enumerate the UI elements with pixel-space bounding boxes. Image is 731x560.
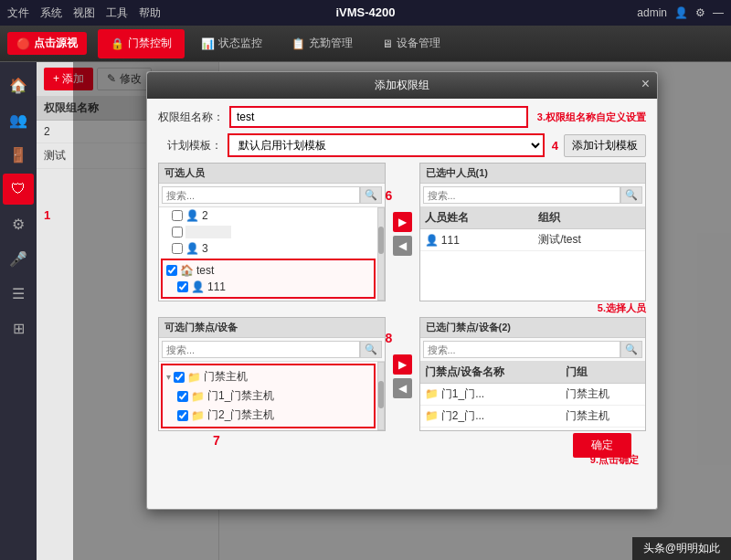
nav-bar: 🔴 点击源视 🔒 门禁控制 📊 状态监控 📋 充勤管理 🖥 设备管理 bbox=[0, 26, 731, 62]
selected-people-panel: 已选中人员(1) 🔍 人员姓名 组织 bbox=[419, 163, 647, 301]
folder-checkbox[interactable] bbox=[174, 372, 185, 383]
tab-device[interactable]: 🖥 设备管理 bbox=[369, 29, 453, 58]
transfer-left-button[interactable]: ◀ bbox=[393, 236, 412, 256]
app-title: iVMS-4200 bbox=[335, 0, 395, 26]
device-icon: 📁 bbox=[191, 390, 205, 403]
col-org-header: 组织 bbox=[534, 207, 645, 229]
annotation-1: 1 bbox=[44, 208, 50, 222]
tab-door-control[interactable]: 🔒 门禁控制 bbox=[98, 29, 185, 58]
device-selected-name-2: 📁 门2_门... bbox=[420, 406, 561, 428]
annotation-6: 6 bbox=[386, 188, 393, 203]
selected-devices-box: ▾ 📁 门禁主机 📁 门1_门禁主机 bbox=[161, 364, 376, 428]
logo-text: 点击源视 bbox=[34, 36, 78, 51]
sidebar-item-door[interactable]: 🚪 bbox=[3, 139, 34, 170]
sidebar-item-home[interactable]: 🏠 bbox=[3, 69, 34, 100]
person-icon: 👤 bbox=[185, 242, 199, 255]
selected-people-box: 🏠 test 👤 111 bbox=[161, 259, 376, 299]
modal-overlay: 添加权限组 × 权限组名称： 3.权限组名称自定义设置 计划模板： 默认启用计 bbox=[73, 62, 731, 560]
tab-attendance[interactable]: 📋 充勤管理 bbox=[279, 29, 366, 58]
selected-devices-title: 已选门禁点/设备(2) bbox=[420, 318, 646, 338]
name-label: 权限组名称： bbox=[158, 110, 224, 125]
menu-help[interactable]: 帮助 bbox=[139, 5, 161, 21]
menu-tools[interactable]: 工具 bbox=[106, 5, 128, 21]
device2-checkbox[interactable] bbox=[177, 410, 188, 421]
close-button[interactable]: × bbox=[641, 76, 650, 92]
menu-view[interactable]: 视图 bbox=[73, 5, 95, 21]
device-transfer-right-button[interactable]: ▶ bbox=[393, 354, 412, 375]
list-item-blank bbox=[159, 224, 377, 240]
selected-people-search-button[interactable]: 🔍 bbox=[620, 186, 642, 204]
confirm-button[interactable]: 确定 bbox=[573, 433, 631, 458]
list-item: 👤 3 bbox=[159, 240, 377, 257]
device-transfer-left-button[interactable]: ◀ bbox=[393, 378, 412, 398]
devices-scrollbar[interactable] bbox=[377, 362, 385, 430]
col-device-header: 门禁点/设备名称 bbox=[420, 362, 561, 384]
sidebar-item-users[interactable]: 👥 bbox=[3, 104, 34, 135]
devices-transfer-col: 8 ▶ ◀ bbox=[393, 317, 412, 431]
people-scrollbar[interactable] bbox=[377, 207, 385, 301]
people-list-container: 👤 2 bbox=[159, 207, 385, 301]
person-icon: 👤 bbox=[185, 209, 199, 222]
table-row: 📁 门2_门... 门禁主机 bbox=[420, 406, 646, 428]
sidebar-item-shield[interactable]: 🛡 bbox=[3, 174, 34, 205]
device-selected-group-2: 门禁主机 bbox=[561, 406, 645, 428]
tab-attendance-icon: 📋 bbox=[291, 37, 305, 50]
sidebar-item-list[interactable]: ☰ bbox=[3, 278, 34, 309]
available-devices-panel: 可选门禁点/设备 🔍 ▾ bbox=[158, 317, 386, 431]
schedule-label: 计划模板： bbox=[158, 138, 222, 153]
watermark: 头条@明明如此 bbox=[632, 537, 731, 560]
top-bar-right: admin 👤 ⚙ — bbox=[637, 6, 724, 19]
selected-devices-panel: 已选门禁点/设备(2) 🔍 门禁点/设备名称 门组 bbox=[419, 317, 647, 431]
device1-checkbox[interactable] bbox=[177, 391, 188, 402]
devices-list-container: ▾ 📁 门禁主机 📁 门1_门禁主机 bbox=[159, 362, 385, 430]
sidebar-item-grid[interactable]: ⊞ bbox=[3, 312, 34, 343]
person-2-name: 2 bbox=[202, 209, 208, 222]
person-3-checkbox[interactable] bbox=[172, 243, 183, 254]
selected-devices-search-input[interactable] bbox=[423, 341, 621, 358]
group-test-checkbox[interactable] bbox=[166, 265, 177, 276]
transfer-right-button[interactable]: ▶ bbox=[393, 212, 412, 232]
person-blank-checkbox[interactable] bbox=[172, 227, 183, 238]
settings-icon[interactable]: ⚙ bbox=[695, 6, 705, 19]
sidebar-item-mic[interactable]: 🎤 bbox=[3, 243, 34, 274]
top-bar: 文件 系统 视图 工具 帮助 iVMS-4200 admin 👤 ⚙ — bbox=[0, 0, 731, 26]
minimize-icon[interactable]: — bbox=[713, 6, 724, 19]
name-input[interactable] bbox=[229, 106, 528, 128]
available-people-title: 可选人员 bbox=[159, 164, 385, 184]
user-icon[interactable]: 👤 bbox=[674, 6, 688, 19]
devices-list: ▾ 📁 门禁主机 📁 门1_门禁主机 bbox=[159, 362, 377, 430]
tab-status-monitor[interactable]: 📊 状态监控 bbox=[188, 29, 275, 58]
menu-system[interactable]: 系统 bbox=[40, 5, 62, 21]
person-111-checkbox[interactable] bbox=[177, 281, 188, 292]
selected-people-search-input[interactable] bbox=[423, 186, 621, 204]
folder-name: 门禁主机 bbox=[204, 369, 248, 385]
schedule-select[interactable]: 默认启用计划模板 bbox=[228, 133, 545, 157]
list-item: 👤 2 bbox=[159, 207, 377, 224]
tab-attendance-label: 充勤管理 bbox=[309, 36, 353, 51]
device-icon: 📁 bbox=[425, 409, 439, 422]
annotation-5-row: 5.选择人员 bbox=[158, 301, 646, 315]
watermark-text: 头条@明明如此 bbox=[643, 541, 720, 556]
devices-search-input[interactable] bbox=[162, 341, 360, 358]
selected-devices-search-button[interactable]: 🔍 bbox=[620, 341, 642, 358]
people-scroll-thumb bbox=[378, 227, 384, 254]
annotation-4: 4 bbox=[552, 139, 558, 153]
logo: 🔴 点击源视 bbox=[7, 32, 87, 55]
available-devices-title: 可选门禁点/设备 bbox=[159, 318, 385, 338]
devices-search-row: 🔍 bbox=[159, 338, 385, 362]
devices-search-button[interactable]: 🔍 bbox=[360, 341, 382, 358]
person-2-checkbox[interactable] bbox=[172, 210, 183, 221]
content-area: + 添加 ✎ 修改 权限组名称 2 测试 1 添加权限组 × 权限组名称： bbox=[37, 62, 731, 560]
tab-door-icon: 🔒 bbox=[111, 37, 124, 50]
menu-file[interactable]: 文件 bbox=[7, 5, 29, 21]
selected-people-title: 已选中人员(1) bbox=[420, 164, 646, 184]
device-selected-group-1: 门禁主机 bbox=[561, 384, 645, 406]
group-icon: 🏠 bbox=[180, 264, 194, 277]
list-item-folder: ▾ 📁 门禁主机 bbox=[164, 367, 372, 386]
person-icon: 👤 bbox=[191, 280, 205, 293]
sidebar-item-settings[interactable]: ⚙ bbox=[3, 208, 34, 239]
people-search-button[interactable]: 🔍 bbox=[360, 186, 382, 204]
annotation-8: 8 bbox=[386, 331, 393, 345]
add-template-button[interactable]: 添加计划模板 bbox=[564, 134, 646, 157]
people-search-input[interactable] bbox=[162, 186, 360, 204]
